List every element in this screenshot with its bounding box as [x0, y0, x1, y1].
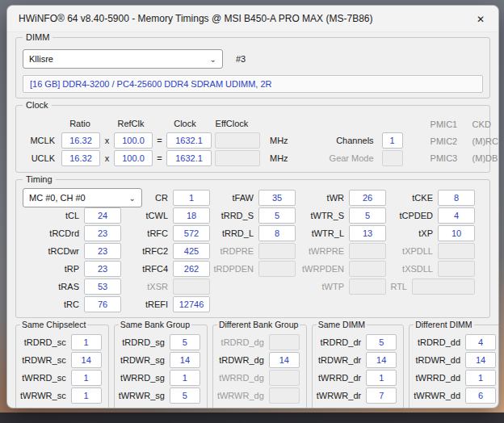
- clock-header-row: Ratio RefClk Clock EffClock: [23, 115, 288, 132]
- titlebar[interactable]: HWiNFO® 64 v8.40-5900 - Memory Timings @…: [7, 6, 498, 32]
- field-trefi: tREFI12746: [129, 296, 218, 312]
- field-trfc4: tRFC4262: [129, 261, 218, 277]
- pmic2-label: PMIC2: [430, 136, 460, 146]
- field-tras-label: tRAS: [58, 282, 79, 291]
- field-tras-value: 53: [84, 279, 121, 295]
- pmic1-value: CKD: [472, 119, 491, 129]
- field-txp: tXP10: [394, 225, 483, 241]
- field-twtr-s: tWTR_S5: [304, 207, 394, 224]
- field-trdpden-label: tRDPDEN: [213, 264, 254, 274]
- field-twrrd-dg: tWRRD_dg: [217, 370, 302, 386]
- field-cr-label: CR: [155, 193, 168, 203]
- taskbar: [0, 413, 504, 423]
- field-cr: CR1: [129, 190, 218, 206]
- field-trdwr-dg: tRDWR_dg14: [217, 352, 302, 368]
- field-twrwr-sc: tWRWR_sc1: [20, 387, 104, 404]
- gear-mode-value: [382, 150, 403, 166]
- field-trfc4-label: tRFC4: [142, 264, 168, 274]
- field-trdrd-dg-label: tRDRD_dg: [221, 337, 264, 347]
- field-rtl-value: [412, 279, 475, 295]
- pmic3-value: (M)DB: [472, 153, 498, 163]
- field-trcdrd-label: tRCDrd: [49, 228, 79, 238]
- field-trdrd-dg-value: [269, 334, 300, 350]
- field-trfc2-value: 425: [173, 243, 210, 259]
- field-trc-value: 76: [84, 296, 121, 312]
- channels-value: 1: [382, 132, 403, 149]
- mclk-effclock: [215, 132, 260, 149]
- field-tcke-value: 8: [438, 190, 475, 206]
- window-body: DIMM Kllisre ⌄ #3 [16 GB] DDR4-3200 / PC…: [7, 32, 498, 408]
- uclk-refclk: 100.0: [114, 150, 153, 166]
- gear-mode-field: Gear Mode: [309, 149, 403, 167]
- field-tcl: tCL24: [23, 207, 129, 224]
- field-tcke: tCKE8: [394, 190, 483, 206]
- field-tras: tRAS53: [23, 279, 129, 295]
- field-twtr-s-label: tWTR_S: [310, 211, 344, 220]
- field-twrwr-sg: tWRWR_sg5: [119, 387, 203, 404]
- field-tfaw-value: 35: [258, 190, 296, 206]
- dimm-select-value: Kllisre: [29, 54, 53, 64]
- field-twrwr-dg: tWRWR_dg: [217, 387, 302, 404]
- field-twrrd-sc-value: 1: [71, 370, 102, 386]
- field-trdrd-dd: tRDRD_dd4: [414, 334, 498, 350]
- field-trefi-value: 12746: [173, 296, 210, 312]
- clock-mid-column: Channels 1 Gear Mode: [309, 115, 403, 167]
- same-chipselect-label: Same Chipselect: [20, 320, 87, 329]
- field-trrd-s-label: tRRD_S: [221, 211, 254, 220]
- uclk-clock: 1632.1: [166, 150, 212, 166]
- field-txp-value: 10: [438, 225, 475, 241]
- mclk-unit: MHz: [270, 136, 288, 145]
- field-trdwr-dg-label: tRDWR_dg: [219, 355, 264, 365]
- field-tcl-value: 24: [84, 207, 121, 224]
- field-tcpded-value: 4: [438, 207, 475, 224]
- window-title: HWiNFO® 64 v8.40-5900 - Memory Timings @…: [19, 13, 463, 24]
- field-twrwr-sg-value: 5: [170, 387, 200, 404]
- field-trfc: tRFC572: [129, 225, 218, 241]
- field-twr-label: tWR: [327, 193, 344, 203]
- field-twrrd-dd-label: tWRRD_dd: [415, 373, 460, 383]
- memory-channel-select[interactable]: MC #0, CH #0 ⌄: [23, 188, 142, 207]
- pmic1-row: PMIC1 CKD: [430, 115, 499, 132]
- field-twrpden-value: [349, 261, 386, 277]
- field-trdpden-value: [258, 261, 296, 277]
- clock-group: Clock Ratio RefClk Clock EffClock: [15, 105, 490, 173]
- field-trdpre-value: [258, 243, 296, 259]
- dimm-select[interactable]: Kllisre ⌄: [23, 49, 223, 69]
- field-trdwr-sg-label: tRDWR_sg: [120, 355, 165, 365]
- header-refclk: RefClk: [112, 119, 149, 128]
- close-button[interactable]: ✕: [463, 6, 498, 31]
- field-twrrd-sc: tWRRD_sc1: [20, 370, 104, 386]
- field-txsdll-label: tXSDLL: [402, 264, 433, 274]
- field-trdrd-dr: tRDRD_dr5: [317, 334, 399, 350]
- field-trdwr-sc: tRDWR_sc14: [20, 352, 104, 368]
- header-ratio: Ratio: [61, 119, 99, 128]
- field-txp-label: tXP: [418, 228, 433, 238]
- field-trdrd-dr-label: tRDRD_dr: [320, 337, 361, 347]
- field-trfc4-value: 262: [173, 261, 210, 277]
- field-tcwl-label: tCWL: [146, 211, 169, 220]
- field-twrrd-dd: tWRRD_dd1: [414, 370, 498, 386]
- field-twrwr-dd: tWRWR_dd6: [414, 387, 498, 404]
- uclk-row: UCLK 16.32 x 100.0 = 1632.1 MHz: [23, 149, 288, 167]
- field-trc-label: tRC: [64, 299, 79, 309]
- field-twrrd-sc-label: tWRRD_sc: [22, 373, 65, 383]
- field-trdrd-dg: tRDRD_dg: [217, 334, 302, 350]
- field-twrwr-sc-value: 1: [71, 387, 102, 404]
- uclk-label: UCLK: [23, 153, 55, 163]
- field-txsdll: tXSDLL: [394, 261, 483, 277]
- field-trdrd-sc-label: tRDRD_sc: [24, 337, 66, 347]
- same-bank-group-label: Same Bank Group: [119, 320, 191, 329]
- field-twtr-l-value: 13: [349, 225, 386, 241]
- pmic-column: PMIC1 CKD PMIC2 (M)RCD PMIC3 (M)DB: [430, 115, 499, 166]
- field-txpdll-label: tXPDLL: [402, 246, 433, 256]
- field-trdpre-label: tRDPRE: [220, 246, 254, 256]
- field-twrrd-dd-value: 1: [465, 370, 496, 386]
- field-twrwr-dr: tWRWR_dr7: [317, 387, 399, 404]
- different-bank-group-group: Different Bank Group tRDRD_dg tRDWR_dg14…: [212, 325, 307, 408]
- uclk-ratio: 16.32: [61, 150, 100, 166]
- field-txsr-value: [173, 279, 210, 295]
- field-trrd-l: tRRD_L8: [218, 225, 304, 241]
- mclk-clock: 1632.1: [166, 132, 212, 149]
- header-effclock: EffClock: [210, 119, 254, 128]
- field-trdrd-sg-value: 5: [170, 334, 200, 350]
